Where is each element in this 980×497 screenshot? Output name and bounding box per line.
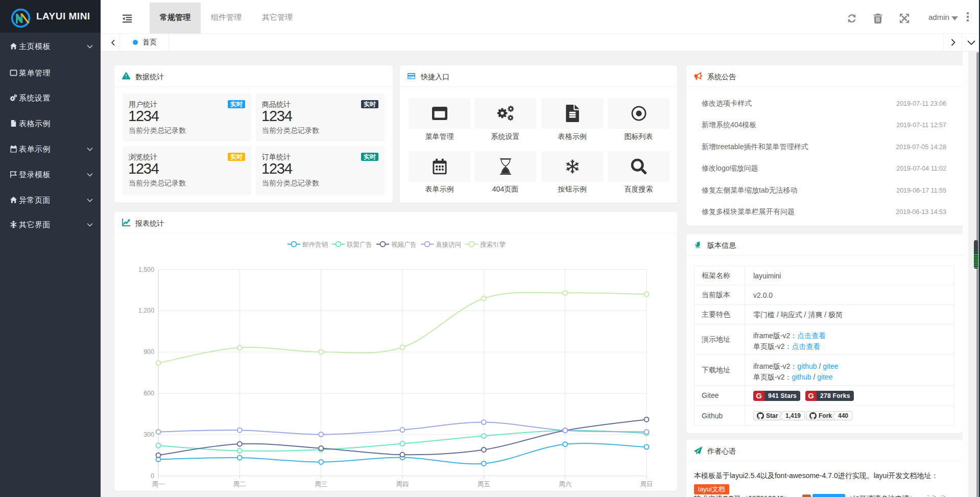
svg-text:1,200: 1,200 bbox=[138, 307, 154, 314]
svg-text:邮件营销: 邮件营销 bbox=[302, 241, 328, 248]
svg-text:0: 0 bbox=[151, 472, 154, 480]
svg-text:周一: 周一 bbox=[152, 481, 165, 488]
svg-text:300: 300 bbox=[144, 431, 154, 438]
svg-text:周六: 周六 bbox=[559, 481, 571, 488]
svg-text:视频广告: 视频广告 bbox=[391, 241, 417, 248]
svg-text:周日: 周日 bbox=[640, 481, 653, 488]
svg-text:周四: 周四 bbox=[396, 481, 409, 488]
svg-text:周三: 周三 bbox=[315, 481, 327, 488]
svg-text:搜索引擎: 搜索引擎 bbox=[480, 241, 506, 248]
svg-text:周二: 周二 bbox=[233, 481, 246, 488]
svg-text:直接访问: 直接访问 bbox=[436, 241, 461, 248]
svg-text:900: 900 bbox=[144, 348, 154, 356]
svg-text:周五: 周五 bbox=[477, 481, 490, 488]
svg-text:600: 600 bbox=[144, 390, 154, 397]
svg-text:联盟广告: 联盟广告 bbox=[346, 241, 372, 248]
svg-text:1,500: 1,500 bbox=[138, 266, 154, 273]
